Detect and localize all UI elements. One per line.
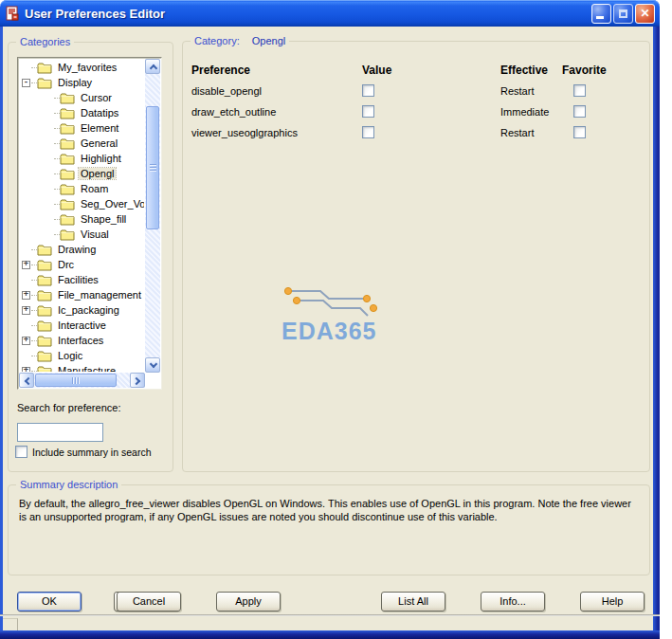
chevron-right-icon — [133, 377, 140, 385]
folder-icon — [37, 244, 52, 256]
tree-vertical-scrollbar[interactable] — [145, 59, 160, 373]
cancel-button[interactable]: Cancel — [117, 592, 181, 612]
window-title: User Preferences Editor — [25, 7, 590, 21]
include-summary-label: Include summary in search — [32, 447, 151, 458]
column-header-value: Value — [362, 64, 500, 77]
tree-item-shape_fill[interactable]: Shape_fill — [20, 211, 144, 227]
tree-horizontal-scrollbar[interactable] — [19, 373, 145, 388]
tree-item-label: Logic — [56, 350, 84, 361]
search-label: Search for preference: — [17, 402, 120, 413]
tree-item-label: Interfaces — [56, 335, 105, 346]
window-border-right — [653, 27, 660, 630]
tree-item-interfaces[interactable]: +Interfaces — [20, 333, 144, 348]
folder-icon — [37, 350, 52, 362]
categories-treebox: My_favorites-DisplayCursorDatatipsElemen… — [17, 57, 162, 390]
folder-icon — [37, 62, 52, 74]
tree-connector: + — [22, 337, 37, 345]
tree-item-seg_over_voi[interactable]: Seg_Over_Voi — [20, 196, 144, 211]
tree-item-label: Shape_fill — [79, 213, 128, 225]
value-checkbox[interactable] — [362, 105, 374, 118]
plus-expander-icon[interactable]: + — [22, 337, 30, 345]
window-border-bottom — [0, 630, 660, 639]
maximize-icon — [619, 9, 627, 18]
tree-item-display[interactable]: -Display — [20, 75, 144, 90]
preference-table-header: Preference Value Effective Favorite — [191, 60, 639, 81]
preference-row: disable_openglRestart — [191, 81, 639, 101]
plus-expander-icon[interactable]: + — [22, 306, 30, 315]
tree-item-label: Opengl — [79, 168, 116, 179]
tree-item-drawing[interactable]: Drawing — [20, 242, 144, 257]
category-caption: Category: Opengl — [191, 35, 289, 46]
minimize-button[interactable] — [591, 4, 611, 24]
favorite-checkbox[interactable] — [573, 126, 586, 138]
tree-item-logic[interactable]: Logic — [20, 348, 144, 363]
user-preferences-window: User Preferences Editor ✕ Categories My_… — [0, 0, 660, 639]
titlebar: User Preferences Editor ✕ — [0, 0, 660, 27]
horizontal-scroll-thumb[interactable] — [35, 374, 117, 387]
tree-item-my_favorites[interactable]: My_favorites — [20, 60, 144, 75]
tree-item-datatips[interactable]: Datatips — [20, 105, 144, 120]
help-button[interactable]: Help — [580, 592, 645, 612]
favorite-checkbox[interactable] — [573, 84, 586, 97]
category-caption-value: Opengl — [252, 35, 285, 46]
tree-item-label: Interactive — [56, 320, 108, 331]
tree-item-drc[interactable]: +Drc — [20, 257, 144, 272]
tree-item-label: Drawing — [56, 244, 98, 255]
value-checkbox[interactable] — [362, 84, 374, 97]
apply-button[interactable]: Apply — [216, 592, 281, 612]
tree-item-opengl[interactable]: Opengl — [20, 166, 144, 181]
folder-icon — [60, 198, 75, 210]
tree-item-ic_packaging[interactable]: +Ic_packaging — [20, 302, 144, 318]
tree-item-facilities[interactable]: Facilities — [20, 272, 144, 287]
app-icon — [5, 6, 20, 21]
tree-item-visual[interactable]: Visual — [20, 227, 144, 242]
tree-item-roam[interactable]: Roam — [20, 181, 144, 196]
ok-button[interactable]: OK — [17, 592, 82, 612]
folder-icon — [37, 365, 52, 373]
folder-icon — [37, 335, 52, 347]
tree-connector: - — [22, 79, 37, 87]
effective-value: Restart — [500, 127, 562, 138]
close-button[interactable]: ✕ — [635, 4, 655, 24]
watermark-text: EDA365 — [282, 318, 377, 345]
list-all-button[interactable]: List All — [381, 592, 445, 612]
tree-item-label: My_favorites — [56, 62, 118, 73]
scroll-left-button[interactable] — [19, 373, 34, 388]
folder-icon — [60, 228, 75, 241]
plus-expander-icon[interactable]: + — [22, 261, 30, 269]
tree-connector: + — [22, 306, 37, 315]
tree-item-label: Seg_Over_Voi — [79, 198, 144, 210]
folder-icon — [60, 168, 75, 180]
tree-item-highlight[interactable]: Highlight — [20, 151, 144, 166]
plus-expander-icon[interactable]: + — [22, 367, 30, 373]
maximize-button[interactable] — [613, 4, 633, 24]
scroll-up-button[interactable] — [145, 59, 160, 74]
info-button[interactable]: Info... — [481, 592, 545, 612]
tree-item-element[interactable]: Element — [20, 120, 144, 136]
folder-icon — [60, 137, 75, 150]
tree-item-manufacture[interactable]: +Manufacture — [20, 363, 144, 372]
scroll-right-button[interactable] — [130, 373, 145, 388]
tree-item-label: Element — [79, 122, 120, 134]
value-checkbox[interactable] — [362, 126, 374, 138]
scroll-grip-icon — [72, 377, 80, 384]
column-header-preference: Preference — [191, 64, 362, 77]
tree-item-file_management[interactable]: +File_management — [20, 287, 144, 302]
categories-caption: Categories — [16, 36, 74, 47]
tree-item-cursor[interactable]: Cursor — [20, 90, 144, 105]
preference-row: viewer_useoglgraphicsRestart — [191, 122, 639, 143]
tree-item-label: Roam — [79, 183, 110, 194]
tree-item-interactive[interactable]: Interactive — [20, 318, 144, 333]
favorite-cell — [562, 84, 639, 99]
favorite-checkbox[interactable] — [573, 105, 586, 118]
folder-icon — [37, 320, 52, 332]
include-summary-checkbox[interactable] — [15, 446, 27, 458]
vertical-scroll-thumb[interactable] — [146, 106, 159, 229]
favorite-cell — [562, 105, 639, 119]
search-input[interactable] — [17, 423, 103, 442]
scroll-down-button[interactable] — [145, 357, 160, 373]
tree-item-general[interactable]: General — [20, 136, 144, 151]
plus-expander-icon[interactable]: + — [22, 291, 30, 300]
minus-expander-icon[interactable]: - — [22, 79, 30, 87]
chevron-up-icon — [150, 64, 157, 72]
